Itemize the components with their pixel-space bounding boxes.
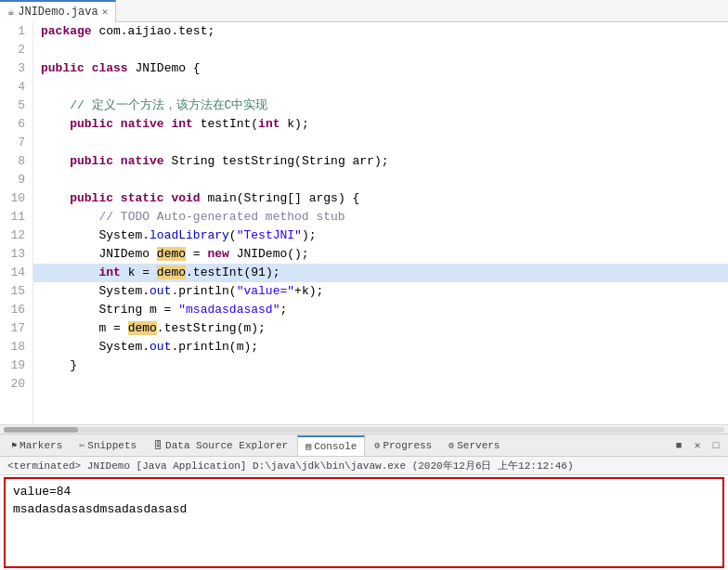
console-icon: ▤	[306, 441, 311, 452]
code-line-11: // TODO Auto-generated method stub	[33, 208, 728, 227]
tab-datasource[interactable]: 🗄 Data Source Explorer	[146, 435, 295, 456]
maximize-button[interactable]: □	[708, 437, 724, 454]
servers-icon: ⚙	[448, 440, 454, 451]
code-line-17: m = demo.testString(m);	[33, 319, 728, 338]
scrollbar-thumb[interactable]	[4, 427, 78, 433]
code-line-16: String m = "msadasdasasd";	[33, 301, 728, 319]
editor-area: ☕ JNIDemo.java ✕ 12345 678910 1112131415…	[0, 0, 728, 434]
tab-servers-label: Servers	[457, 440, 500, 451]
code-line-20	[33, 375, 728, 394]
console-output: value=84 msadasdasasdmsadasdasasd	[4, 477, 724, 568]
tab-snippets[interactable]: ✂ Snippets	[72, 435, 144, 456]
progress-icon: ⚙	[374, 440, 380, 451]
close-console-button[interactable]: ✕	[689, 437, 706, 454]
code-line-9	[33, 171, 728, 189]
console-line-1: value=84	[13, 483, 715, 500]
tab-progress-label: Progress	[383, 440, 432, 451]
datasource-icon: 🗄	[153, 440, 162, 451]
editor-tab-jnidemo[interactable]: ☕ JNIDemo.java ✕	[0, 0, 116, 22]
tab-label: JNIDemo.java	[18, 6, 98, 19]
console-line-2: msadasdasasdmsadasdasasd	[13, 500, 715, 518]
tab-servers[interactable]: ⚙ Servers	[441, 435, 507, 456]
console-toolbar: ■ ✕ □	[670, 437, 724, 454]
tab-snippets-label: Snippets	[87, 440, 136, 451]
tab-console-label: Console	[314, 441, 357, 452]
tab-markers-label: Markers	[20, 440, 62, 451]
tab-console[interactable]: ▤ Console	[297, 435, 365, 456]
code-line-8: public native String testString(String a…	[33, 152, 728, 171]
markers-icon: ⚑	[11, 440, 17, 451]
code-line-10: public static void main(String[] args) {	[33, 189, 728, 208]
stop-button[interactable]: ■	[670, 437, 687, 454]
java-file-icon: ☕	[7, 5, 14, 19]
code-container: 12345 678910 1112131415 1617181920 packa…	[0, 22, 728, 424]
editor-scrollbar[interactable]	[0, 424, 728, 434]
tab-progress[interactable]: ⚙ Progress	[367, 435, 439, 456]
bottom-tab-bar: ⚑ Markers ✂ Snippets 🗄 Data Source Explo…	[0, 434, 728, 457]
scrollbar-track[interactable]	[4, 427, 724, 433]
code-line-3: public class JNIDemo {	[33, 59, 728, 78]
code-line-19: }	[33, 356, 728, 375]
code-line-13: JNIDemo demo = new JNIDemo();	[33, 245, 728, 264]
code-editor[interactable]: package com.aijiao.test; public class JN…	[33, 22, 728, 424]
close-icon[interactable]: ✕	[102, 6, 109, 18]
bottom-panel: ⚑ Markers ✂ Snippets 🗄 Data Source Explo…	[0, 434, 728, 570]
code-line-15: System.out.println("value="+k);	[33, 282, 728, 301]
code-line-4	[33, 78, 728, 97]
code-line-12: System.loadLibrary("TestJNI");	[33, 227, 728, 245]
snippets-icon: ✂	[79, 440, 84, 451]
tab-datasource-label: Data Source Explorer	[165, 440, 288, 451]
code-line-14: int k = demo.testInt(91);	[33, 264, 728, 282]
code-line-6: public native int testInt(int k);	[33, 115, 728, 134]
tab-markers[interactable]: ⚑ Markers	[4, 435, 70, 456]
code-line-7	[33, 134, 728, 152]
code-line-5: // 定义一个方法，该方法在C中实现	[33, 97, 728, 115]
code-line-2	[33, 41, 728, 59]
console-path: <terminated> JNIDemo [Java Application] …	[0, 457, 728, 475]
editor-tab-bar: ☕ JNIDemo.java ✕	[0, 0, 728, 22]
code-line-1: package com.aijiao.test;	[33, 22, 728, 41]
line-numbers: 12345 678910 1112131415 1617181920	[0, 22, 33, 424]
code-line-18: System.out.println(m);	[33, 338, 728, 356]
